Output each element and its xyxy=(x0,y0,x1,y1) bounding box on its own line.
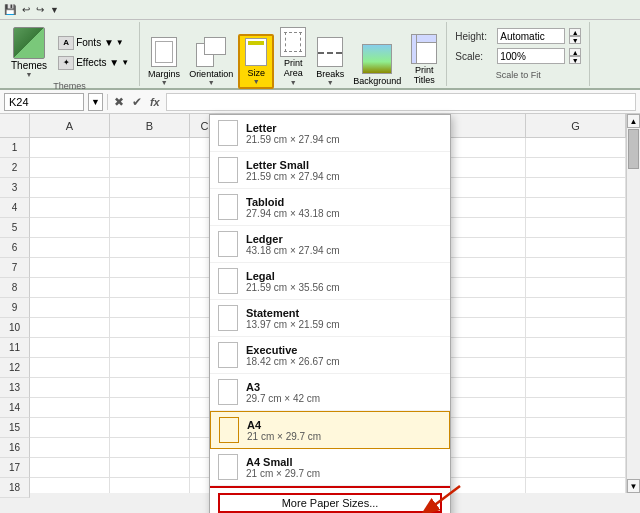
scale-input[interactable] xyxy=(497,48,565,64)
cell-g14[interactable] xyxy=(526,398,626,418)
cell-b18[interactable] xyxy=(110,478,190,493)
cell-a7[interactable] xyxy=(30,258,110,278)
cell-b11[interactable] xyxy=(110,338,190,358)
insert-function-icon[interactable]: fx xyxy=(148,96,162,108)
cell-b10[interactable] xyxy=(110,318,190,338)
dropdown-item-a4-small[interactable]: A4 Small21 cm × 29.7 cm xyxy=(210,449,450,486)
quick-save-icon[interactable]: 💾 xyxy=(4,4,16,15)
height-input[interactable] xyxy=(497,28,565,44)
cell-g2[interactable] xyxy=(526,158,626,178)
cell-g11[interactable] xyxy=(526,338,626,358)
cell-g3[interactable] xyxy=(526,178,626,198)
dropdown-item-a3[interactable]: A329.7 cm × 42 cm xyxy=(210,374,450,411)
cancel-entry-icon[interactable]: ✖ xyxy=(112,95,126,109)
size-button[interactable]: Size ▼ xyxy=(238,34,274,89)
scale-spinners: ▲ ▼ xyxy=(569,48,581,64)
dropdown-item-legal[interactable]: Legal21.59 cm × 35.56 cm xyxy=(210,263,450,300)
cell-b4[interactable] xyxy=(110,198,190,218)
cell-g16[interactable] xyxy=(526,438,626,458)
print-area-button[interactable]: PrintArea ▼ xyxy=(275,24,311,89)
themes-button[interactable]: Themes ▼ xyxy=(6,24,52,81)
breaks-button[interactable]: Breaks ▼ xyxy=(312,34,348,89)
dropdown-item-executive[interactable]: Executive18.42 cm × 26.67 cm xyxy=(210,337,450,374)
name-box[interactable] xyxy=(4,93,84,111)
cell-a10[interactable] xyxy=(30,318,110,338)
cell-a1[interactable] xyxy=(30,138,110,158)
cell-g17[interactable] xyxy=(526,458,626,478)
cell-g8[interactable] xyxy=(526,278,626,298)
cell-b2[interactable] xyxy=(110,158,190,178)
cell-a14[interactable] xyxy=(30,398,110,418)
cell-a8[interactable] xyxy=(30,278,110,298)
row-header-4: 4 xyxy=(0,198,30,218)
cell-b5[interactable] xyxy=(110,218,190,238)
cell-g13[interactable] xyxy=(526,378,626,398)
dropdown-item-letter[interactable]: Letter21.59 cm × 27.94 cm xyxy=(210,115,450,152)
cell-g5[interactable] xyxy=(526,218,626,238)
dropdown-item-a4[interactable]: A421 cm × 29.7 cm xyxy=(210,411,450,449)
cell-g12[interactable] xyxy=(526,358,626,378)
print-titles-button[interactable]: PrintTitles xyxy=(406,31,442,89)
quick-access-dropdown[interactable]: ▼ xyxy=(50,5,59,15)
cell-a6[interactable] xyxy=(30,238,110,258)
cell-g18[interactable] xyxy=(526,478,626,493)
dropdown-item-statement[interactable]: Statement13.97 cm × 21.59 cm xyxy=(210,300,450,337)
confirm-entry-icon[interactable]: ✔ xyxy=(130,95,144,109)
cell-a13[interactable] xyxy=(30,378,110,398)
formula-content[interactable] xyxy=(166,93,636,111)
cell-g6[interactable] xyxy=(526,238,626,258)
cell-b17[interactable] xyxy=(110,458,190,478)
scroll-down-btn[interactable]: ▼ xyxy=(627,479,640,493)
cell-b13[interactable] xyxy=(110,378,190,398)
cell-a3[interactable] xyxy=(30,178,110,198)
cell-g9[interactable] xyxy=(526,298,626,318)
cell-b8[interactable] xyxy=(110,278,190,298)
cell-a9[interactable] xyxy=(30,298,110,318)
row-header-18: 18 xyxy=(0,478,30,498)
cell-a5[interactable] xyxy=(30,218,110,238)
cell-b3[interactable] xyxy=(110,178,190,198)
col-header-b: B xyxy=(110,114,190,137)
scale-spin-down[interactable]: ▼ xyxy=(569,56,581,64)
dropdown-item-ledger[interactable]: Ledger43.18 cm × 27.94 cm xyxy=(210,226,450,263)
cell-b1[interactable] xyxy=(110,138,190,158)
more-paper-sizes-link[interactable]: More Paper Sizes... xyxy=(218,493,442,513)
effects-button[interactable]: ✦ Effects ▼ ▼ xyxy=(54,54,133,72)
quick-redo-icon[interactable]: ↪ xyxy=(36,4,44,15)
themes-group-label: Themes xyxy=(6,81,133,91)
cell-a11[interactable] xyxy=(30,338,110,358)
fonts-button[interactable]: A Fonts ▼ ▼ xyxy=(54,34,133,52)
cell-g10[interactable] xyxy=(526,318,626,338)
cell-b14[interactable] xyxy=(110,398,190,418)
quick-undo-icon[interactable]: ↩ xyxy=(22,4,30,15)
scroll-thumb[interactable] xyxy=(628,129,639,169)
cell-a4[interactable] xyxy=(30,198,110,218)
dropdown-item-letter-small[interactable]: Letter Small21.59 cm × 27.94 cm xyxy=(210,152,450,189)
cell-b7[interactable] xyxy=(110,258,190,278)
cell-b15[interactable] xyxy=(110,418,190,438)
cell-a16[interactable] xyxy=(30,438,110,458)
cell-a2[interactable] xyxy=(30,158,110,178)
name-box-dropdown[interactable]: ▼ xyxy=(88,93,103,111)
cell-g1[interactable] xyxy=(526,138,626,158)
height-spin-up[interactable]: ▲ xyxy=(569,28,581,36)
scroll-up-btn[interactable]: ▲ xyxy=(627,114,640,128)
background-button[interactable]: Background xyxy=(349,41,405,89)
cell-g4[interactable] xyxy=(526,198,626,218)
cell-b16[interactable] xyxy=(110,438,190,458)
cell-a12[interactable] xyxy=(30,358,110,378)
cell-b9[interactable] xyxy=(110,298,190,318)
vertical-scrollbar[interactable]: ▲ ▼ xyxy=(626,114,640,493)
dropdown-item-tabloid[interactable]: Tabloid27.94 cm × 43.18 cm xyxy=(210,189,450,226)
cell-g15[interactable] xyxy=(526,418,626,438)
cell-b12[interactable] xyxy=(110,358,190,378)
scale-spin-up[interactable]: ▲ xyxy=(569,48,581,56)
margins-button[interactable]: Margins ▼ xyxy=(144,34,184,89)
cell-a17[interactable] xyxy=(30,458,110,478)
cell-a15[interactable] xyxy=(30,418,110,438)
height-spin-down[interactable]: ▼ xyxy=(569,36,581,44)
cell-b6[interactable] xyxy=(110,238,190,258)
cell-a18[interactable] xyxy=(30,478,110,493)
cell-g7[interactable] xyxy=(526,258,626,278)
orientation-button[interactable]: Orientation ▼ xyxy=(185,34,237,89)
